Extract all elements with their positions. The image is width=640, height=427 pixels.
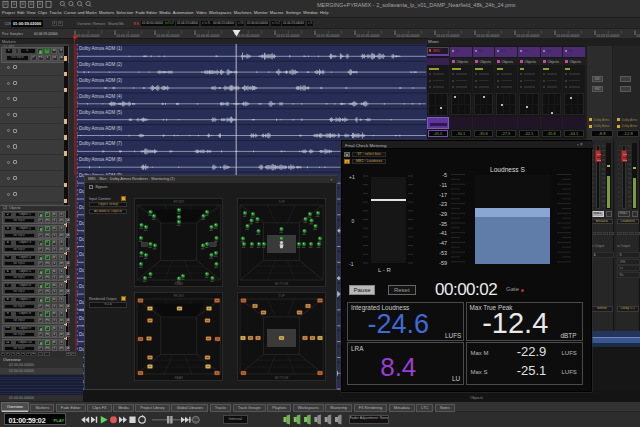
svg-text:Dolby Atmos ADM (2): Dolby Atmos ADM (2) [79, 62, 123, 67]
svg-text:01:03:15.00000: 01:03:15.00000 [597, 34, 620, 38]
svg-text:TOP: TOP [278, 200, 284, 204]
svg-text:BOTTOM: BOTTOM [275, 282, 289, 286]
svg-text:01:00:15.00000: 01:00:15.00000 [117, 34, 140, 38]
svg-text:REAR: REAR [174, 376, 183, 380]
svg-text:Dolby Atmos ADM (8): Dolby Atmos ADM (8) [79, 157, 123, 162]
svg-text:01:03:00.00000: 01:03:00.00000 [557, 34, 580, 38]
svg-text:Dolby Atmos ADM (1): Dolby Atmos ADM (1) [79, 46, 123, 51]
svg-text:Dolby Atmos ADM (5): Dolby Atmos ADM (5) [79, 110, 123, 115]
svg-text:01:01:45.00000: 01:01:45.00000 [357, 34, 380, 38]
svg-text:01:01:15.00000: 01:01:15.00000 [277, 34, 300, 38]
svg-text:Dolby Atmos ADM (6): Dolby Atmos ADM (6) [79, 126, 123, 131]
svg-text:01:02:30.00000: 01:02:30.00000 [477, 34, 500, 38]
svg-text:01:02:45.00000: 01:02:45.00000 [517, 34, 540, 38]
svg-text:01:00:45.00000: 01:00:45.00000 [197, 34, 220, 38]
svg-text:FRONT: FRONT [173, 295, 184, 299]
svg-text:01:02:00.00000: 01:02:00.00000 [397, 34, 420, 38]
svg-text:Dolby Atmos ADM (7): Dolby Atmos ADM (7) [79, 141, 123, 146]
svg-text:REAR: REAR [174, 282, 183, 286]
svg-text:01:03:30.00000: 01:03:30.00000 [637, 34, 640, 38]
svg-text:TOP: TOP [278, 295, 284, 299]
svg-text:Dolby Atmos ADM (3): Dolby Atmos ADM (3) [79, 78, 123, 83]
svg-text:BOTTOM: BOTTOM [275, 376, 289, 380]
svg-text:01:02:15.00000: 01:02:15.00000 [437, 34, 460, 38]
svg-text:FRONT: FRONT [173, 200, 184, 204]
svg-text:01:01:30.00000: 01:01:30.00000 [317, 34, 340, 38]
svg-text:01:00:00.00000: 01:00:00.00000 [77, 34, 100, 38]
svg-text:01:00:30.00000: 01:00:30.00000 [157, 34, 180, 38]
svg-text:Dolby Atmos ADM (4): Dolby Atmos ADM (4) [79, 94, 123, 99]
